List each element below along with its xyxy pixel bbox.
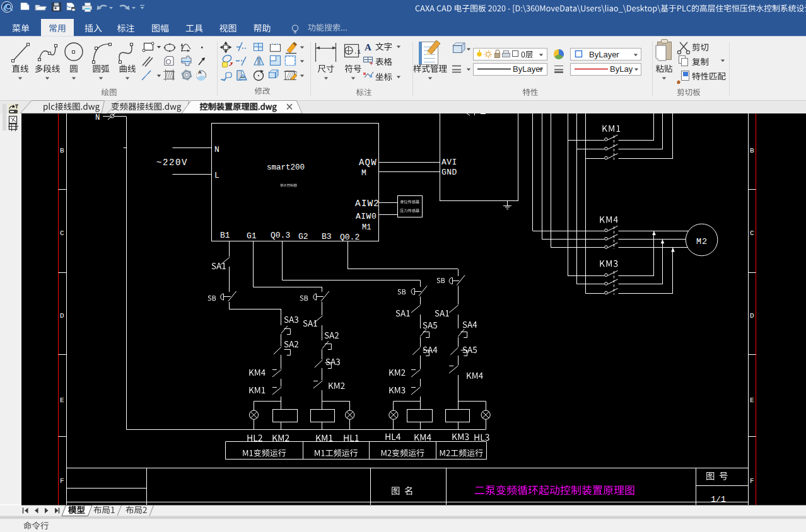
svg-text:AQW: AQW (359, 158, 377, 168)
svg-text:Q0.2: Q0.2 (340, 233, 359, 242)
svg-text:Q0.3: Q0.3 (271, 231, 290, 240)
svg-text:ByLay: ByLay (610, 64, 633, 74)
svg-text:F: F (60, 477, 64, 485)
svg-text:C: C (60, 229, 64, 237)
svg-text:B1: B1 (220, 231, 230, 240)
svg-text:L: L (214, 171, 219, 180)
svg-text:E: E (60, 396, 64, 404)
svg-text:M2: M2 (696, 237, 708, 246)
svg-text:smart200: smart200 (267, 163, 305, 172)
svg-text:D: D (750, 312, 754, 320)
svg-text:B: B (60, 147, 64, 154)
svg-text:ByLayer: ByLayer (589, 50, 619, 59)
svg-text:B3: B3 (322, 232, 332, 241)
svg-text:M1: M1 (362, 223, 371, 232)
svg-text:AIW0: AIW0 (356, 212, 377, 221)
svg-text:N: N (95, 113, 100, 122)
svg-text:G1: G1 (247, 231, 257, 241)
svg-text:G2: G2 (298, 232, 308, 241)
svg-text:ByLayer: ByLayer (513, 64, 543, 74)
svg-text:M: M (361, 168, 366, 178)
svg-text:AVI: AVI (441, 158, 457, 167)
svg-text:B: B (750, 147, 754, 154)
svg-text:GND: GND (441, 168, 457, 177)
svg-text:A: A (365, 42, 371, 52)
svg-text:A: A (198, 69, 202, 75)
svg-text:~220V: ~220V (156, 158, 188, 168)
svg-text:1/1: 1/1 (711, 495, 726, 504)
svg-text:AIW2: AIW2 (355, 199, 380, 209)
svg-text:N: N (214, 145, 219, 154)
svg-text:+: + (370, 61, 373, 67)
svg-text:E: E (750, 396, 754, 404)
svg-text:D: D (60, 312, 64, 320)
svg-text:C: C (750, 229, 754, 237)
svg-text:.1: .1 (354, 49, 361, 55)
svg-text:F: F (750, 477, 754, 485)
